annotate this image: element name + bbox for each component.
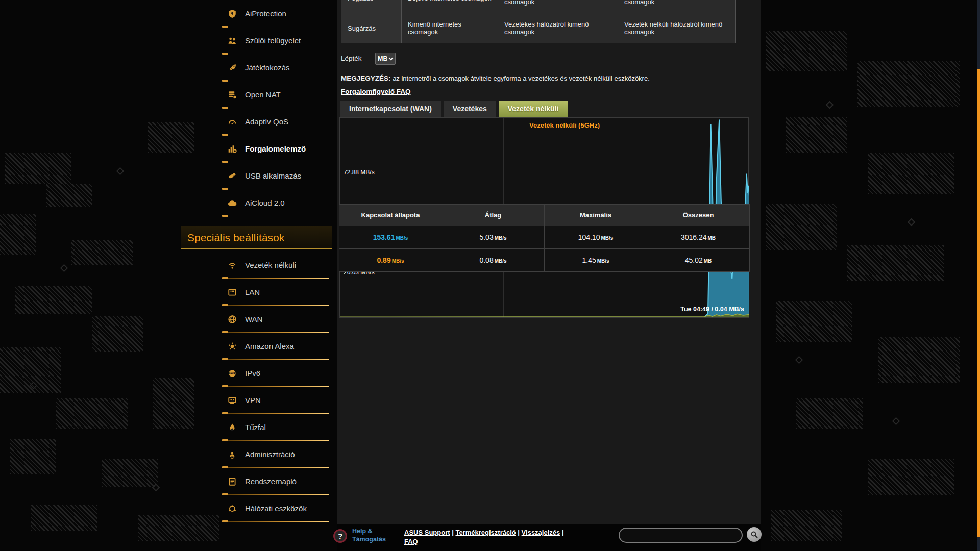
sidebar-item-open-nat[interactable]: Open NAT xyxy=(181,81,332,108)
sidebar-item-label: AiCloud 2.0 xyxy=(245,198,285,207)
chart-current-value: Tue 04:49 / 0.04 MB/s xyxy=(680,306,744,313)
sidebar-item-label: Adaptív QoS xyxy=(245,117,288,126)
sidebar-item-parental[interactable]: Szülői felügyelet xyxy=(181,27,332,54)
sidebar-nav: AiProtection Szülői felügyelet Játékfoko… xyxy=(181,0,332,524)
sidebar-item-wireless[interactable]: Vezeték nélküli xyxy=(181,252,332,279)
svg-text:IPV6: IPV6 xyxy=(230,372,234,374)
cell-wireless-incoming: Vezeték nélküli hálózatra bejövő csomago… xyxy=(618,0,736,13)
globe-icon xyxy=(225,314,240,325)
tab-wireless[interactable]: Vezeték nélküli xyxy=(499,101,568,117)
col-header-average: Átlag xyxy=(442,205,545,226)
sidebar-item-label: IPv6 xyxy=(245,369,260,378)
product-registration-link[interactable]: Termékregisztráció xyxy=(455,529,516,536)
table-row-upload: 0.89MB/s 0.08MB/s 1.45MB/s 45.02MB xyxy=(339,249,750,272)
help-support-label: Help & Támogatás xyxy=(352,527,398,543)
sidebar-item-amazon-alexa[interactable]: Amazon Alexa xyxy=(181,333,332,360)
traffic-monitor-faq-link[interactable]: Forgalomfigyelő FAQ xyxy=(341,88,411,95)
shield-lock-icon xyxy=(225,8,240,19)
network-nodes-icon xyxy=(225,503,240,514)
sidebar-item-aicloud[interactable]: AiCloud 2.0 xyxy=(181,189,332,216)
flame-icon xyxy=(225,422,240,433)
sidebar-item-label: Forgalomelemző xyxy=(245,144,306,153)
usb-icon xyxy=(225,170,240,182)
row-header: Fogadás xyxy=(341,0,402,13)
vpn-monitor-icon xyxy=(225,395,240,406)
col-header-maximum: Maximális xyxy=(545,205,647,226)
sidebar-item-vpn[interactable]: VPN xyxy=(181,387,332,414)
feedback-link[interactable]: Visszajelzés xyxy=(522,529,560,536)
traffic-analyzer-icon xyxy=(225,143,240,155)
sidebar-item-label: Tűzfal xyxy=(245,423,266,432)
sidebar-item-label: WAN xyxy=(245,315,262,323)
sidebar-item-wan[interactable]: WAN xyxy=(181,306,332,333)
search-input[interactable] xyxy=(619,528,743,543)
rocket-icon xyxy=(225,62,240,73)
sidebar-item-ipv6[interactable]: IPV6 IPv6 xyxy=(181,360,332,387)
col-header-status: Kapcsolat állapota xyxy=(339,205,442,226)
sidebar-item-label: Vezeték nélküli xyxy=(245,261,296,269)
sidebar-item-label: Adminisztráció xyxy=(245,450,295,459)
table-row: Sugárzás Kimenő internetes csomagok Veze… xyxy=(341,13,736,43)
sidebar-item-system-log[interactable]: Rendszernapló xyxy=(181,468,332,495)
scale-label: Lépték xyxy=(341,55,375,62)
sidebar-item-label: USB alkalmazás xyxy=(245,171,301,180)
sidebar-item-usb-app[interactable]: USB alkalmazás xyxy=(181,162,332,189)
scrollbar-thumb[interactable] xyxy=(977,69,980,537)
sidebar-item-label: Amazon Alexa xyxy=(245,342,294,350)
footer-links: ASUS Support | Termékregisztráció | Viss… xyxy=(404,528,624,546)
traffic-tabs: Internetkapcsolat (WAN) Vezetékes Vezeté… xyxy=(340,101,570,117)
lan-port-icon xyxy=(225,287,240,298)
cell-internet-outgoing: Kimenő internetes csomagok xyxy=(402,13,498,43)
sidebar-section-advanced-settings: Speciális beállítások xyxy=(181,226,332,249)
wifi-icon xyxy=(225,260,240,271)
sidebar-item-label: Szülői felügyelet xyxy=(245,36,301,45)
cell-upload-average: 0.08MB/s xyxy=(442,249,545,272)
sidebar-item-lan[interactable]: LAN xyxy=(181,279,332,306)
sidebar-item-label: Hálózati eszközök xyxy=(245,504,307,513)
tab-internet-wan[interactable]: Internetkapcsolat (WAN) xyxy=(340,101,441,117)
tab-wired[interactable]: Vezetékes xyxy=(444,101,496,117)
sidebar-item-firewall[interactable]: Tűzfal xyxy=(181,414,332,441)
cell-upload-maximum: 1.45MB/s xyxy=(545,249,647,272)
col-header-total: Összesen xyxy=(647,205,750,226)
gauge-icon xyxy=(225,116,240,128)
sidebar-item-game-boost[interactable]: Játékfokozás xyxy=(181,54,332,81)
sidebar-item-aiprotection[interactable]: AiProtection xyxy=(181,0,332,27)
chart-title: Vezeték nélküli (5GHz) xyxy=(524,121,605,129)
footer: ? Help & Támogatás ASUS Support | Termék… xyxy=(337,524,761,551)
content-panel: Fogadás Bejövő internetes csomagok Vezet… xyxy=(337,0,761,524)
table-row-download: 153.61MB/s 5.03MB/s 104.10MB/s 3016.24MB xyxy=(339,226,750,249)
cell-upload-total: 45.02MB xyxy=(647,249,750,272)
asus-support-link[interactable]: ASUS Support xyxy=(404,529,450,536)
sidebar-item-adaptive-qos[interactable]: Adaptív QoS xyxy=(181,108,332,135)
sidebar-item-label: AiProtection xyxy=(245,9,286,18)
sidebar-item-traffic-analyzer[interactable]: Forgalomelemző xyxy=(181,135,332,162)
sidebar-item-label: Játékfokozás xyxy=(245,63,290,72)
cell-download-total: 3016.24MB xyxy=(647,226,750,249)
sidebar-item-administration[interactable]: Adminisztráció xyxy=(181,441,332,468)
note-text: MEGJEGYZÉS: az internetről a csomagok át… xyxy=(341,74,650,82)
ipv6-globe-icon: IPV6 xyxy=(225,368,240,379)
traffic-direction-table: Fogadás Bejövő internetes csomagok Vezet… xyxy=(341,0,736,43)
cell-wired-outgoing: Vezetékes hálózatról kimenő csomagok xyxy=(498,13,618,43)
sidebar-item-label: LAN xyxy=(245,288,260,296)
scale-unit-select[interactable]: MB xyxy=(375,53,396,65)
sidebar-item-network-tools[interactable]: Hálózati eszközök xyxy=(181,495,332,522)
cell-download-average: 5.03MB/s xyxy=(442,226,545,249)
scrollbar-track xyxy=(977,0,980,551)
help-question-icon[interactable]: ? xyxy=(333,529,347,543)
cell-wireless-outgoing: Vezeték nélküli hálózatról kimenő csomag… xyxy=(618,13,736,43)
alexa-icon xyxy=(225,341,240,352)
log-document-icon xyxy=(225,476,240,487)
sidebar-item-label: Rendszernapló xyxy=(245,477,297,486)
faq-footer-link[interactable]: FAQ xyxy=(404,538,418,545)
cell-wired-incoming: Vezetékes hálózatra bejövő csomagok xyxy=(498,0,618,13)
cell-upload-current: 0.89MB/s xyxy=(339,249,442,272)
cell-internet-incoming: Bejövő internetes csomagok xyxy=(402,0,498,13)
sidebar-separator xyxy=(222,521,329,522)
cell-download-maximum: 104.10MB/s xyxy=(545,226,647,249)
table-header-row: Kapcsolat állapota Átlag Maximális Össze… xyxy=(339,205,750,226)
parental-control-icon xyxy=(225,35,240,46)
cloud-icon xyxy=(225,197,240,209)
search-button[interactable] xyxy=(747,527,762,542)
